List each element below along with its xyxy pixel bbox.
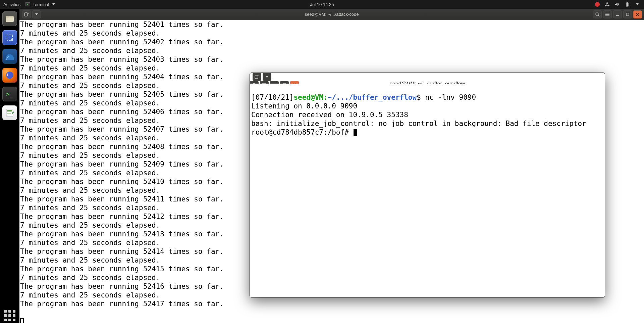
svg-rect-10 [6,17,14,22]
prompt-user-host: seed@VM: [293,93,327,101]
dock-app-firefox[interactable] [2,68,17,83]
svg-rect-6 [627,2,628,3]
dock: >_ [0,9,19,323]
svg-point-16 [596,13,598,15]
clock[interactable]: Jul 10 14:25 [310,2,334,7]
prompt-date: [07/10/21] [251,93,293,101]
prompt-dollar: $ [417,93,421,101]
svg-text:>: > [26,3,28,6]
app-menu[interactable]: > Terminal [25,2,56,7]
notification-indicator-icon[interactable] [595,2,600,7]
close-button[interactable] [633,10,642,18]
dock-app-terminal[interactable]: >_ [2,87,17,101]
new-tab-button[interactable] [22,10,31,18]
svg-rect-7 [627,3,628,6]
chevron-down-icon [51,2,56,7]
svg-rect-15 [24,13,28,16]
volume-icon[interactable] [614,2,620,7]
output-line: Listening on 0.0.0.0 9090 [251,102,357,110]
titlebar[interactable]: seed@VM: ~/.../attack-code [19,9,644,20]
titlebar[interactable]: seed@VM: ~/.../buffer_overflow [250,73,605,84]
network-icon[interactable] [604,2,610,7]
dock-app-wireshark[interactable] [2,49,17,64]
output-line: bash: initialize_job_control: no job con… [251,120,586,128]
svg-rect-18 [255,75,258,79]
svg-rect-12 [11,39,13,41]
svg-rect-9 [6,16,9,17]
titlebar-dropdown-button[interactable] [263,73,271,81]
battery-icon[interactable] [625,2,630,7]
dock-app-text-editor[interactable] [2,105,17,120]
dock-terminal-glyph: >_ [6,91,13,97]
terminal-app-icon: > [25,2,31,7]
cursor-icon [354,129,357,136]
terminal-body[interactable]: [07/10/21]seed@VM:~/.../buffer_overflow$… [250,84,605,297]
minimize-button[interactable] [613,10,622,18]
dock-show-apps[interactable] [2,308,17,323]
app-menu-label: Terminal [33,2,49,7]
chevron-down-icon[interactable] [635,2,640,7]
cursor-icon [20,318,24,323]
new-tab-button[interactable] [253,73,261,81]
window-title: seed@VM: ~/.../attack-code [305,12,359,17]
dock-app-files[interactable] [2,11,17,26]
search-button[interactable] [593,10,602,18]
output-line: Connection received on 10.9.0.5 35338 [251,111,408,119]
root-prompt: root@cd784db857c7:/bof# [251,128,353,136]
prompt-cwd: ~/.../buffer_overflow [328,93,417,101]
titlebar-dropdown-button[interactable] [32,10,41,18]
activities-button[interactable]: Activities [3,2,20,7]
terminal-window-buffer-overflow: seed@VM: ~/.../buffer_overflow [07/10/21… [250,73,605,297]
command: nc -lnv 9090 [421,93,476,101]
svg-rect-17 [626,13,629,16]
dock-app-screenshot[interactable] [2,30,17,45]
hamburger-menu-button[interactable] [603,10,612,18]
gnome-top-bar: Activities > Terminal Jul 10 14:25 [0,0,644,9]
maximize-button[interactable] [623,10,632,18]
